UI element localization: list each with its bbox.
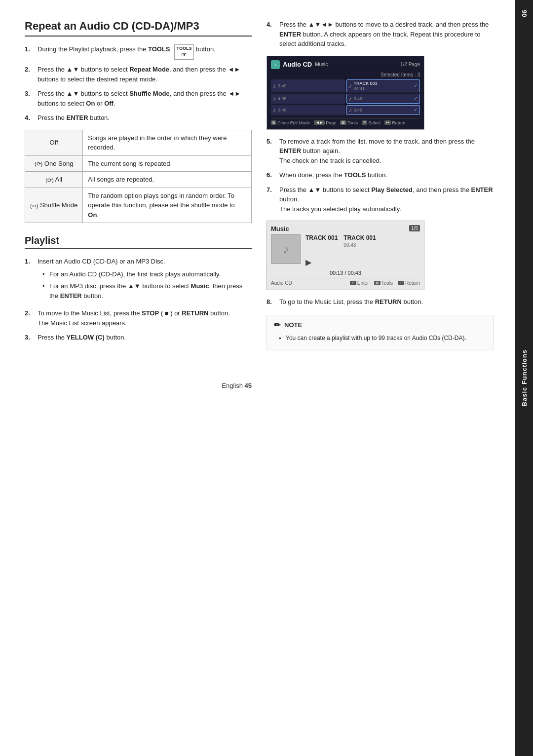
right-step8-content: To go to the Music List, press the RETUR…	[279, 297, 494, 307]
footer-tools: ⊠ Tools	[340, 120, 358, 125]
music-time: 00:13 / 00:43	[271, 270, 420, 276]
track-left-name: TRACK 001	[305, 234, 338, 241]
right-step8-num: 8.	[266, 297, 276, 307]
track-note-1: ♪	[273, 82, 276, 89]
step2-content: Press the ▲▼ buttons to select Repeat Mo…	[38, 65, 252, 84]
page-num: 45	[245, 382, 252, 389]
section1-step2: 2. Press the ▲▼ buttons to select Repeat…	[25, 65, 252, 84]
music-footer-enter-btn: ↵	[350, 281, 356, 285]
footer-btn-b: B	[271, 120, 276, 125]
repeat-all-icon: (⟳)	[45, 176, 53, 185]
right-step7: 7. Press the ▲▼ buttons to select Play S…	[266, 185, 494, 214]
music-screen-footer: Audio CD ↵ Enter ⊠ Tools ↩ Return	[271, 278, 420, 286]
track-4-time: 3:46	[354, 96, 363, 101]
track-2-check: ✓	[414, 83, 418, 88]
right-step8: 8. To go to the Music List, press the RE…	[266, 297, 494, 307]
right-step6-content: When done, press the TOOLS button.	[279, 170, 494, 180]
playlist-step2-content: To move to the Music List, press the STO…	[38, 308, 252, 328]
right-step6-num: 6.	[266, 170, 276, 180]
music-screen-body: ♪ TRACK 001 TRACK 001 00:43	[271, 234, 420, 276]
step3-content: Press the ▲▼ buttons to select Shuffle M…	[38, 89, 252, 108]
repeat-mode-off: Off	[25, 130, 83, 155]
section1-step3: 3. Press the ▲▼ buttons to select Shuffl…	[25, 89, 252, 108]
playlist-step1-bullets: For an Audio CD (CD-DA), the first track…	[42, 269, 252, 301]
repeat-mode-table: Off Songs are played in the order in whi…	[25, 130, 252, 224]
track-item-1: ♪ 3:49	[271, 79, 345, 92]
track-6-check: ✓	[414, 107, 418, 113]
right-step8-list: 8. To go to the Music List, press the RE…	[266, 297, 494, 307]
playlist-step3: 3. Press the YELLOW (C) button.	[25, 333, 252, 342]
track-note-3: ♪	[273, 95, 276, 102]
footer-btn-select: F	[362, 120, 367, 125]
repeat-mode-onesong: (⟳) One Song	[25, 155, 83, 172]
music-footer-enter-label: Enter	[357, 280, 369, 286]
music-footer-enter: ↵ Enter	[350, 280, 369, 286]
note-title-row: ✏ NOTE	[274, 320, 486, 330]
footer-select: F Select	[362, 120, 381, 125]
right-section-steps: 4. Press the ▲▼◄► buttons to move to a d…	[266, 20, 494, 49]
note-pencil-icon: ✏	[274, 320, 280, 330]
footer-return: ↩ Return	[384, 120, 405, 125]
stop-icon: ■	[165, 309, 169, 317]
play-icon: ▶	[305, 258, 420, 267]
music-track-info: TRACK 001 TRACK 001 00:43 ▶	[305, 234, 420, 267]
tools-icon-label: TOOLS	[177, 46, 192, 51]
right-step4-content: Press the ▲▼◄► buttons to move to a desi…	[279, 20, 494, 49]
right-step5-num: 5.	[266, 137, 276, 166]
playlist-step1-num: 1.	[25, 257, 35, 303]
shuffle-icon: (⤖)	[30, 202, 38, 210]
footer-btn-return: ↩	[384, 120, 391, 125]
chapter-sidebar: 06 Basic Functions	[515, 0, 533, 756]
step4-content: Press the ENTER button.	[38, 113, 252, 123]
music-footer-return-label: Return	[405, 280, 420, 286]
track-note-2: ♪	[349, 82, 352, 89]
repeat-desc-off: Songs are played in the order in which t…	[83, 130, 252, 155]
repeat-row-all: (⟳) All All songs are repeated.	[25, 172, 252, 188]
track-2-name: TRACK 003	[354, 81, 378, 86]
audio-cd-label: Audio CD	[283, 61, 312, 68]
footer-tools-label: Tools	[347, 120, 358, 125]
music-screen-header: 1/5 Music	[271, 225, 420, 232]
repeat-desc-onesong: The current song is repeated.	[83, 155, 252, 172]
music-note-icon: ♪	[283, 242, 289, 256]
repeat-row-off: Off Songs are played in the order in whi…	[25, 130, 252, 155]
music-player-screen: 1/5 Music ♪ TRACK 001	[266, 221, 424, 290]
playlist-step2: 2. To move to the Music List, press the …	[25, 308, 252, 328]
bullet-1a: For an Audio CD (CD-DA), the first track…	[42, 269, 252, 279]
section2-steps: 1. Insert an Audio CD (CD-DA) or an MP3 …	[25, 257, 252, 342]
right-steps-5-7: 5. To remove a track from the list, move…	[266, 137, 494, 214]
music-screen-title: Music	[271, 225, 289, 232]
repeat-mode-shuffle: (⤖) Shuffle Mode	[25, 188, 83, 223]
footer-select-label: Select	[368, 120, 381, 125]
track-2-time: 04:41	[354, 86, 378, 91]
track-names-row: TRACK 001 TRACK 001 00:43	[305, 234, 420, 248]
footer-page: ◄► Page	[314, 120, 336, 125]
step3-num: 3.	[25, 89, 35, 108]
track-right-name: TRACK 001	[343, 234, 376, 241]
step2-num: 2.	[25, 65, 35, 84]
music-screen-content: ♪ TRACK 001 TRACK 001 00:43	[271, 234, 420, 267]
screen-title-bar: ♪ Audio CD Music 1/2 Page	[271, 60, 420, 69]
audio-cd-screen: ♪ Audio CD Music 1/2 Page Selected Items…	[266, 56, 424, 130]
track-item-5: ♪ 3:46	[271, 105, 345, 115]
track-3-time: 4:05	[278, 96, 287, 101]
language-label: English	[222, 382, 243, 389]
section2-divider: Playlist	[25, 235, 252, 249]
music-album-art: ♪	[271, 234, 301, 264]
track-item-6: ♪ 3:46 ✓	[346, 105, 420, 115]
screen-title-area: ♪ Audio CD Music	[271, 60, 328, 69]
track-left: TRACK 001	[305, 234, 338, 248]
music-footer-return: ↩ Return	[398, 280, 420, 286]
chapter-number: 06	[521, 10, 528, 17]
section1-title: Repeat an Audio CD (CD-DA)/MP3	[25, 20, 252, 37]
repeat-one-icon: (⟳)	[35, 160, 42, 168]
track-note-6: ♪	[349, 107, 352, 113]
music-footer-tools-btn: ⊠	[374, 281, 381, 285]
repeat-row-onesong: (⟳) One Song The current song is repeate…	[25, 155, 252, 172]
track-1-time: 3:49	[278, 83, 287, 88]
section1-step1: 1. During the Playlist playback, press t…	[25, 44, 252, 60]
footer-close: B Close Edit Mode	[271, 120, 310, 125]
track-item-3: ♪ 4:05	[271, 94, 345, 104]
track-6-time: 3:46	[354, 108, 363, 113]
right-step5-content: To remove a track from the list, move to…	[279, 137, 494, 166]
